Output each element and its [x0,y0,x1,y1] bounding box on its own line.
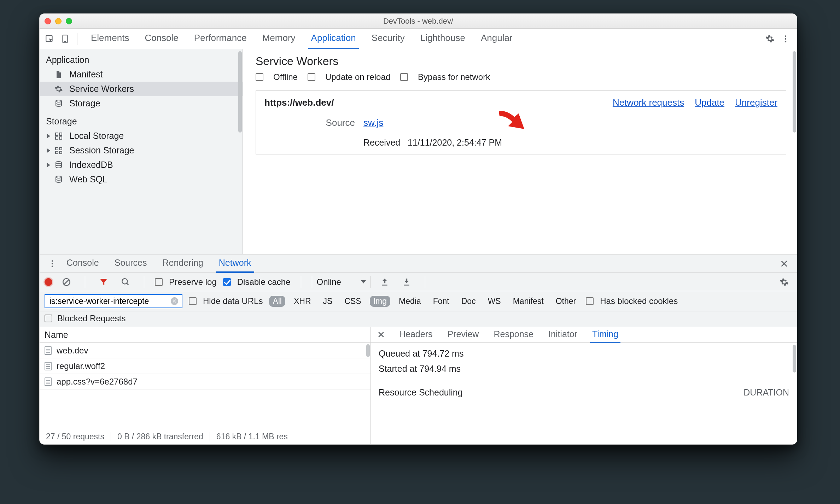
detail-tab-response[interactable]: Response [491,327,536,343]
sidebar-item-indexeddb[interactable]: IndexedDB [40,158,243,172]
download-icon[interactable] [399,274,414,290]
svg-point-4 [785,38,786,39]
filter-type-media[interactable]: Media [395,296,425,307]
sidebar-item-label: IndexedDB [69,160,113,170]
bypass-checkbox[interactable] [400,73,408,81]
blocked-requests-checkbox[interactable] [45,315,52,322]
filter-type-js[interactable]: JS [320,296,336,307]
scrollbar-thumb[interactable] [793,345,796,373]
detail-close-icon[interactable]: ✕ [374,329,389,340]
tab-security[interactable]: Security [369,28,408,49]
drawer-tab-console[interactable]: Console [64,254,102,273]
svg-rect-7 [56,133,58,135]
clear-icon[interactable] [59,274,74,290]
inspect-icon[interactable] [42,31,57,47]
chevron-down-icon [361,280,366,283]
sidebar-item-web-sql[interactable]: Web SQL [40,172,243,187]
clear-filter-icon[interactable]: ✕ [171,297,178,305]
blocked-cookies-checkbox[interactable] [586,297,594,305]
disable-cache-checkbox[interactable] [223,278,231,286]
sidebar-item-session-storage[interactable]: Session Storage [40,143,243,158]
more-icon[interactable] [778,31,793,47]
record-button[interactable] [45,278,52,286]
grid-icon [54,132,64,140]
preserve-log-checkbox[interactable] [155,278,163,286]
network-table: Name web.devregular.woff2app.css?v=6e276… [40,327,371,444]
tab-performance[interactable]: Performance [191,28,250,49]
drawer-close-icon[interactable] [776,256,792,271]
update-on-reload-checkbox[interactable] [308,73,315,81]
upload-icon[interactable] [377,274,392,290]
detail-tab-headers[interactable]: Headers [397,327,435,343]
sidebar-item-service-workers[interactable]: Service Workers [40,82,243,96]
network-row[interactable]: web.dev [40,343,371,358]
filter-type-other[interactable]: Other [552,296,580,307]
network-settings-icon[interactable] [776,274,792,290]
network-requests-link[interactable]: Network requests [613,97,684,108]
sidebar-item-label: Service Workers [69,84,134,94]
file-icon [45,362,52,370]
scrollbar-thumb[interactable] [366,344,370,357]
tab-elements[interactable]: Elements [88,28,132,49]
file-icon [45,346,52,355]
detail-tab-preview[interactable]: Preview [445,327,481,343]
filter-type-ws[interactable]: WS [484,296,504,307]
status-requests: 27 / 50 requests [40,432,111,441]
drawer-more-icon[interactable] [45,256,60,271]
tab-console[interactable]: Console [142,28,181,49]
filter-type-img[interactable]: Img [370,296,390,307]
search-icon[interactable] [118,274,133,290]
filter-type-css[interactable]: CSS [341,296,364,307]
sidebar-section-application: Application [40,49,243,67]
unregister-link[interactable]: Unregister [735,97,777,108]
svg-rect-9 [56,137,58,139]
hide-data-urls-checkbox[interactable] [189,297,197,305]
filter-type-doc[interactable]: Doc [458,296,479,307]
sidebar-item-label: Web SQL [69,174,107,184]
svg-line-25 [127,283,128,285]
detail-tab-initiator[interactable]: Initiator [546,327,579,343]
file-icon [45,377,52,386]
filter-type-manifest[interactable]: Manifest [509,296,547,307]
drawer-tab-network[interactable]: Network [216,254,254,273]
duration-header: DURATION [743,387,789,398]
tab-angular[interactable]: Angular [478,28,515,49]
throttling-select[interactable]: Online [312,276,370,288]
throttling-value: Online [316,277,341,287]
filter-icon[interactable] [96,274,111,290]
net-column-name[interactable]: Name [40,327,371,343]
svg-rect-11 [56,147,58,150]
source-file-link[interactable]: sw.js [363,117,383,128]
filter-type-font[interactable]: Font [430,296,453,307]
filter-type-xhr[interactable]: XHR [290,296,315,307]
network-detail: ✕ HeadersPreviewResponseInitiatorTiming … [371,327,797,444]
sidebar-item-local-storage[interactable]: Local Storage [40,129,243,143]
drawer-tab-rendering[interactable]: Rendering [159,254,206,273]
drawer-tab-sources[interactable]: Sources [112,254,150,273]
detail-tab-timing[interactable]: Timing [590,327,620,343]
network-row[interactable]: app.css?v=6e2768d7 [40,374,371,389]
sidebar-item-label: Local Storage [69,131,124,141]
network-toolbar: Preserve log Disable cache Online [40,273,797,291]
devtools-window: DevTools - web.dev/ ElementsConsolePerfo… [39,13,797,445]
filter-input[interactable] [49,296,171,306]
sidebar-item-manifest[interactable]: Manifest [40,67,243,82]
scrollbar-thumb[interactable] [793,51,796,133]
tab-memory[interactable]: Memory [259,28,298,49]
filter-type-all[interactable]: All [269,296,285,307]
sidebar-item-storage[interactable]: Storage [40,96,243,111]
scrollbar-thumb[interactable] [238,51,242,133]
svg-rect-14 [59,151,62,154]
tab-application[interactable]: Application [308,28,359,49]
network-row[interactable]: regular.woff2 [40,358,371,374]
annotation-arrow-icon [496,107,528,141]
tab-lighthouse[interactable]: Lighthouse [418,28,468,49]
update-link[interactable]: Update [695,97,724,108]
drawer: ConsoleSourcesRenderingNetwork Preserve … [40,254,797,444]
svg-point-24 [122,279,127,284]
disable-cache-label: Disable cache [237,277,291,287]
device-toolbar-icon[interactable] [57,31,73,47]
settings-icon[interactable] [762,31,778,47]
svg-point-19 [52,265,53,267]
offline-checkbox[interactable] [256,73,263,81]
